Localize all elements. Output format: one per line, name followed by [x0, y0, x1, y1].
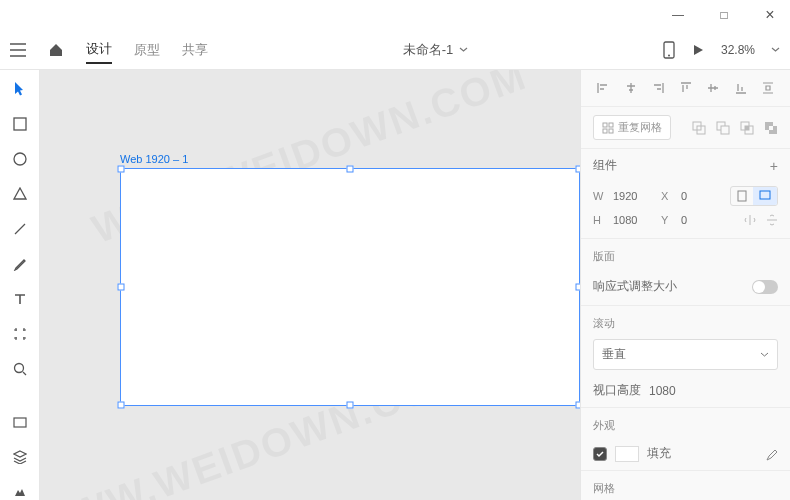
align-top-icon[interactable]: [678, 80, 694, 96]
svg-rect-2: [14, 118, 26, 130]
zoom-tool[interactable]: [9, 360, 31, 377]
text-tool[interactable]: [9, 290, 31, 307]
flip-h-icon[interactable]: [744, 214, 756, 226]
select-tool[interactable]: [9, 80, 31, 97]
repeat-grid-button[interactable]: 重复网格: [593, 115, 671, 140]
layers-icon[interactable]: [9, 448, 31, 465]
pen-tool[interactable]: [9, 255, 31, 272]
align-bottom-icon[interactable]: [733, 80, 749, 96]
tab-prototype[interactable]: 原型: [134, 37, 160, 63]
window-close-button[interactable]: ×: [756, 5, 784, 25]
scroll-select[interactable]: 垂直: [593, 339, 778, 370]
resize-handle[interactable]: [576, 166, 581, 173]
eyedropper-icon[interactable]: [764, 447, 778, 461]
resize-handle[interactable]: [118, 166, 125, 173]
svg-rect-13: [721, 126, 729, 134]
tab-share[interactable]: 共享: [182, 37, 208, 63]
home-icon[interactable]: [48, 42, 64, 58]
device-preview-icon[interactable]: [663, 41, 675, 59]
chevron-down-icon[interactable]: [459, 47, 468, 53]
resize-handle[interactable]: [118, 284, 125, 291]
y-input[interactable]: 0: [681, 214, 723, 226]
ellipse-tool[interactable]: [9, 150, 31, 167]
rectangle-tool[interactable]: [9, 115, 31, 132]
viewport-height-label: 视口高度: [593, 382, 641, 399]
artboard-tool[interactable]: [9, 325, 31, 342]
fill-label: 填充: [647, 445, 671, 462]
play-icon[interactable]: [691, 43, 705, 57]
grid-section-title: 网格: [581, 471, 790, 500]
menu-icon[interactable]: [10, 43, 26, 57]
svg-point-3: [14, 153, 26, 165]
svg-rect-7: [609, 123, 613, 127]
resize-handle[interactable]: [118, 402, 125, 409]
distribute-icon[interactable]: [760, 80, 776, 96]
svg-rect-6: [603, 123, 607, 127]
width-input[interactable]: 1920: [613, 190, 655, 202]
width-label: W: [593, 190, 607, 202]
document-title[interactable]: 未命名-1: [403, 41, 454, 59]
inspector-panel: 重复网格 组件 + W 1920 X 0 H 1080: [580, 70, 790, 500]
portrait-button[interactable]: [731, 187, 753, 205]
fill-color-swatch[interactable]: [615, 446, 639, 462]
align-right-icon[interactable]: [650, 80, 666, 96]
components-title: 组件: [593, 157, 617, 174]
window-titlebar: — □ ×: [0, 0, 790, 30]
plugins-icon[interactable]: [9, 483, 31, 500]
artboard[interactable]: [120, 168, 580, 406]
y-label: Y: [661, 214, 675, 226]
top-toolbar: 设计 原型 共享 未命名-1 32.8%: [0, 30, 790, 70]
align-left-icon[interactable]: [595, 80, 611, 96]
height-input[interactable]: 1080: [613, 214, 655, 226]
appearance-section-title: 外观: [581, 408, 790, 437]
polygon-tool[interactable]: [9, 185, 31, 202]
svg-point-4: [14, 363, 23, 372]
svg-rect-16: [745, 126, 749, 130]
resize-handle[interactable]: [347, 402, 354, 409]
artboard-label[interactable]: Web 1920 – 1: [120, 153, 188, 165]
zoom-level[interactable]: 32.8%: [721, 43, 755, 57]
svg-point-1: [668, 54, 670, 56]
chevron-down-icon[interactable]: [771, 47, 780, 53]
boolean-intersect-icon[interactable]: [740, 121, 754, 135]
window-maximize-button[interactable]: □: [710, 5, 738, 25]
window-minimize-button[interactable]: —: [664, 5, 692, 25]
line-tool[interactable]: [9, 220, 31, 237]
resize-handle[interactable]: [576, 284, 581, 291]
svg-rect-20: [738, 191, 746, 201]
landscape-button[interactable]: [753, 187, 777, 205]
viewport-height-input[interactable]: 1080: [649, 384, 676, 398]
boolean-exclude-icon[interactable]: [764, 121, 778, 135]
responsive-toggle[interactable]: [752, 280, 778, 294]
tool-panel: [0, 70, 40, 500]
x-label: X: [661, 190, 675, 202]
boolean-subtract-icon[interactable]: [716, 121, 730, 135]
layout-section-title: 版面: [581, 239, 790, 268]
svg-rect-9: [609, 129, 613, 133]
flip-v-icon[interactable]: [766, 214, 778, 226]
responsive-resize-label: 响应式调整大小: [593, 278, 677, 295]
resize-handle[interactable]: [576, 402, 581, 409]
height-label: H: [593, 214, 607, 226]
align-middle-icon[interactable]: [705, 80, 721, 96]
x-input[interactable]: 0: [681, 190, 723, 202]
scroll-section-title: 滚动: [581, 306, 790, 335]
svg-rect-19: [769, 126, 773, 130]
svg-rect-5: [14, 418, 26, 427]
align-center-h-icon[interactable]: [623, 80, 639, 96]
boolean-add-icon[interactable]: [692, 121, 706, 135]
svg-rect-8: [603, 129, 607, 133]
tab-design[interactable]: 设计: [86, 36, 112, 64]
fill-checkbox[interactable]: [593, 447, 607, 461]
canvas[interactable]: WWW.WEIDOWN.COM WWW.WEIDOWN.COM WWW.WEID…: [40, 70, 580, 500]
add-component-button[interactable]: +: [770, 158, 778, 174]
assets-icon[interactable]: [9, 413, 31, 430]
resize-handle[interactable]: [347, 166, 354, 173]
svg-rect-21: [760, 191, 770, 199]
